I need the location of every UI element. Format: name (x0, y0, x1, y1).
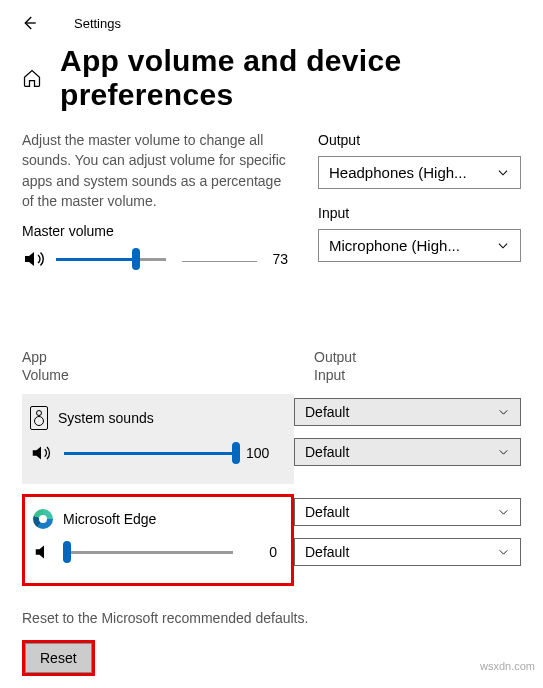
watermark-text: wsxdn.com (480, 660, 535, 672)
reset-button[interactable]: Reset (25, 643, 92, 673)
app-volume-slider[interactable] (67, 542, 233, 562)
page-title: App volume and device preferences (60, 44, 521, 112)
chevron-down-icon (496, 166, 510, 180)
app-input-select[interactable]: Default (294, 538, 521, 566)
app-input-value: Default (305, 544, 349, 560)
settings-label: Settings (74, 16, 121, 31)
output-label: Output (318, 132, 521, 148)
app-volume-slider[interactable] (64, 443, 236, 463)
arrow-left-icon (20, 14, 38, 32)
chevron-down-icon (497, 506, 510, 519)
app-output-value: Default (305, 404, 349, 420)
app-volume-value: 0 (243, 544, 277, 560)
app-input-value: Default (305, 444, 349, 460)
app-output-value: Default (305, 504, 349, 520)
column-header-output-input: OutputInput (314, 348, 356, 384)
chevron-down-icon (496, 239, 510, 253)
app-name: Microsoft Edge (63, 511, 156, 527)
reset-description: Reset to the Microsoft recommended defau… (22, 610, 521, 626)
input-select[interactable]: Microphone (High... (318, 229, 521, 262)
master-volume-value: 73 (273, 251, 292, 267)
speaker-icon[interactable] (30, 442, 54, 464)
chevron-down-icon (497, 546, 510, 559)
description-text: Adjust the master volume to change all s… (22, 130, 292, 211)
app-name: System sounds (58, 410, 154, 426)
app-output-select[interactable]: Default (294, 398, 521, 426)
speaker-muted-icon[interactable] (33, 541, 57, 563)
home-button[interactable] (22, 68, 42, 88)
app-input-select[interactable]: Default (294, 438, 521, 466)
chevron-down-icon (497, 406, 510, 419)
chevron-down-icon (497, 446, 510, 459)
output-select[interactable]: Headphones (High... (318, 156, 521, 189)
edge-icon (33, 509, 53, 529)
input-select-value: Microphone (High... (329, 237, 460, 254)
app-output-select[interactable]: Default (294, 498, 521, 526)
app-volume-value: 100 (246, 445, 280, 461)
master-volume-slider[interactable] (56, 249, 166, 269)
column-header-app-volume: AppVolume (22, 348, 314, 384)
app-row-system-sounds: System sounds 100 (22, 394, 294, 484)
app-row-microsoft-edge: Microsoft Edge 0 (22, 494, 294, 586)
back-button[interactable] (20, 14, 38, 32)
input-label: Input (318, 205, 521, 221)
system-sounds-icon (30, 406, 48, 430)
speaker-icon[interactable] (22, 247, 46, 271)
master-volume-label: Master volume (22, 223, 292, 239)
output-select-value: Headphones (High... (329, 164, 467, 181)
home-icon (22, 68, 42, 88)
